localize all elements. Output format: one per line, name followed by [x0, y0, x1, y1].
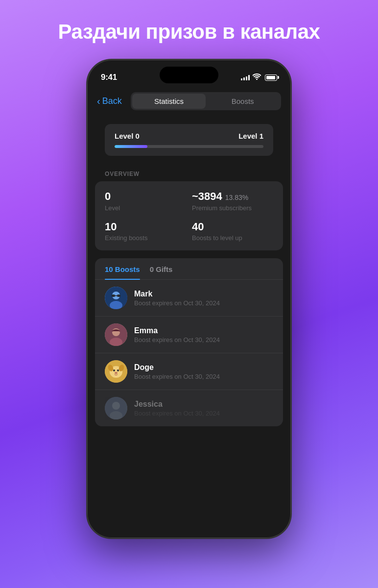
progress-track: [115, 145, 263, 148]
signal-icon: [241, 74, 250, 80]
level-labels: Level 0 Level 1: [115, 132, 263, 140]
user-name: Mark: [134, 290, 273, 298]
phone-frame: 9:41 ‹ Back Statistics Bo: [86, 59, 292, 539]
page-title: Раздачи призов в каналах: [44, 20, 335, 44]
level-from-label: Level 0: [115, 132, 140, 140]
svg-rect-3: [112, 294, 115, 297]
avatar: [105, 397, 127, 419]
status-time: 9:41: [101, 73, 117, 82]
stat-premium: ~3894 13.83% Premium subscribers: [192, 190, 273, 211]
back-button[interactable]: ‹ Back: [97, 96, 122, 107]
user-subtext: Boost expires on Oct 30, 2024: [134, 336, 273, 343]
stat-level-label: Level: [105, 204, 186, 212]
back-label[interactable]: Back: [102, 96, 122, 106]
svg-point-15: [115, 372, 118, 374]
list-item[interactable]: Mark Boost expires on Oct 30, 2024: [95, 280, 283, 317]
user-name: Doge: [134, 363, 273, 372]
inner-tabs-section: 10 Boosts 0 Gifts: [95, 258, 283, 426]
avatar: [105, 323, 127, 346]
stat-premium-pct: 13.83%: [225, 194, 248, 201]
dynamic-island: [160, 67, 218, 83]
svg-point-14: [117, 369, 119, 371]
stat-premium-value-row: ~3894 13.83%: [192, 190, 273, 203]
inner-tab-gifts[interactable]: 0 Gifts: [150, 265, 173, 279]
user-name: Emma: [134, 326, 273, 335]
list-item[interactable]: Doge Boost expires on Oct 30, 2024: [95, 353, 283, 390]
stat-boosts-to-level-label: Boosts to level up: [192, 234, 273, 242]
section-label-overview: OVERVIEW: [95, 164, 283, 181]
list-item[interactable]: Emma Boost expires on Oct 30, 2024: [95, 317, 283, 353]
user-info: Mark Boost expires on Oct 30, 2024: [134, 290, 273, 307]
stat-boosts-to-level-value: 40: [192, 220, 273, 233]
stat-existing-label: Existing boosts: [105, 234, 186, 242]
user-info: Jessica Boost expires on Oct 30, 2024: [134, 400, 273, 417]
level-to-label: Level 1: [238, 132, 263, 140]
user-subtext: Boost expires on Oct 30, 2024: [134, 410, 273, 417]
stat-premium-value: ~3894: [192, 190, 222, 203]
overview-card: 0 Level ~3894 13.83% Premium subscribers…: [95, 181, 283, 250]
list-item[interactable]: Jessica Boost expires on Oct 30, 2024: [95, 390, 283, 426]
tab-statistics[interactable]: Statistics: [132, 94, 206, 109]
inner-tabs-header: 10 Boosts 0 Gifts: [95, 258, 283, 280]
status-icons: [241, 74, 277, 81]
wifi-icon: [253, 74, 261, 81]
progress-fill: [115, 145, 147, 148]
svg-point-17: [112, 402, 120, 410]
chevron-left-icon: ‹: [97, 96, 100, 107]
inner-tab-boosts[interactable]: 10 Boosts: [105, 265, 140, 279]
user-info: Emma Boost expires on Oct 30, 2024: [134, 326, 273, 343]
stat-level-value: 0: [105, 190, 186, 203]
stat-boosts-to-level: 40 Boosts to level up: [192, 220, 273, 242]
level-progress-area: Level 0 Level 1: [95, 116, 283, 164]
battery-icon: [265, 74, 277, 81]
tab-segment: Statistics Boosts: [131, 92, 281, 110]
avatar: [105, 360, 127, 383]
tab-boosts[interactable]: Boosts: [206, 94, 280, 109]
stat-premium-label: Premium subscribers: [192, 204, 273, 212]
stat-existing-boosts: 10 Existing boosts: [105, 220, 186, 242]
user-name: Jessica: [134, 400, 273, 409]
user-info: Doge Boost expires on Oct 30, 2024: [134, 363, 273, 380]
user-subtext: Boost expires on Oct 30, 2024: [134, 373, 273, 380]
user-list: Mark Boost expires on Oct 30, 2024 Emma: [95, 280, 283, 426]
stat-existing-value: 10: [105, 220, 186, 233]
stat-level: 0 Level: [105, 190, 186, 211]
svg-rect-4: [117, 294, 120, 297]
svg-point-13: [113, 369, 115, 371]
avatar: [105, 287, 127, 309]
nav-bar: ‹ Back Statistics Boosts: [87, 86, 291, 116]
user-subtext: Boost expires on Oct 30, 2024: [134, 299, 273, 307]
level-bar-container: Level 0 Level 1: [105, 124, 273, 156]
